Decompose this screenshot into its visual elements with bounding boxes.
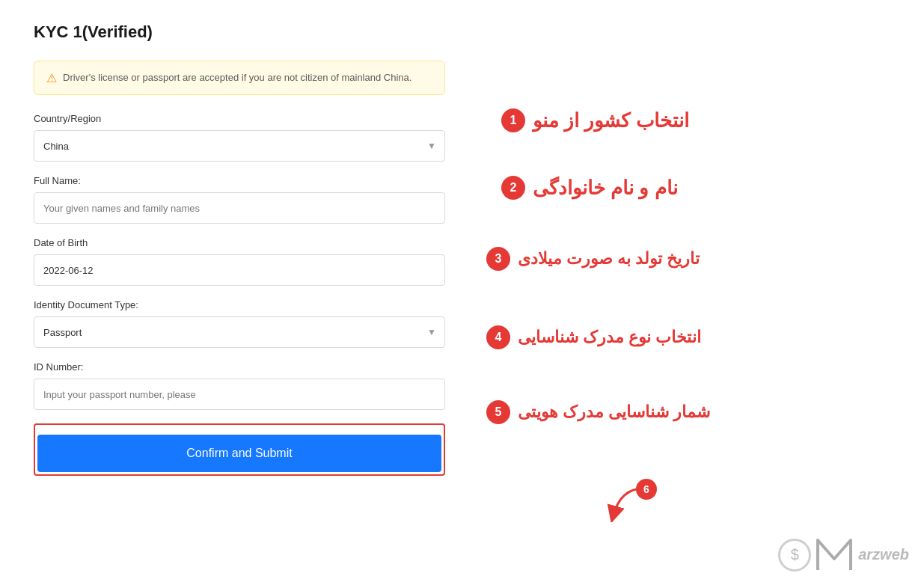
- annotation-1-circle: 1: [501, 108, 525, 132]
- annotation-section: انتخاب کشور از منو 1 نام و نام خانوادگی …: [479, 0, 924, 588]
- country-label: Country/Region: [34, 113, 445, 124]
- id-type-label: Identity Document Type:: [34, 299, 445, 310]
- form-section: KYC 1(Verified) ⚠ Driver's license or pa…: [0, 0, 479, 588]
- warning-icon: ⚠: [46, 71, 57, 85]
- submit-wrapper: Confirm and Submit: [34, 423, 445, 476]
- annotation-3-circle: 3: [486, 247, 510, 271]
- annotation-4-text: انتخاب نوع مدرک شناسایی: [518, 328, 701, 347]
- watermark: $ arzweb: [778, 533, 909, 577]
- watermark-text: arzweb: [858, 546, 909, 563]
- annotation-2: نام و نام خانوادگی 2: [501, 176, 678, 200]
- watermark-logo-wrapper: [814, 533, 855, 577]
- annotation-5-circle: 5: [486, 400, 510, 424]
- fullname-input[interactable]: [34, 192, 445, 224]
- id-type-select-wrapper: Passport Driver's License National ID ▼: [34, 316, 445, 348]
- alert-box: ⚠ Driver's license or passport are accep…: [34, 61, 445, 95]
- alert-text: Driver's license or passport are accepte…: [63, 70, 411, 85]
- dob-input[interactable]: [34, 254, 445, 286]
- watermark-icon: $: [778, 539, 811, 572]
- id-number-label: ID Number:: [34, 361, 445, 373]
- country-group: Country/Region China United States Unite…: [34, 113, 445, 162]
- annotation-3-text: تاریخ تولد به صورت میلادی: [518, 249, 700, 269]
- id-number-group: ID Number:: [34, 361, 445, 410]
- dob-label: Date of Birth: [34, 237, 445, 248]
- annotation-2-circle: 2: [501, 176, 525, 200]
- confirm-submit-button[interactable]: Confirm and Submit: [37, 435, 441, 472]
- arrow-svg: [606, 485, 651, 522]
- country-select-wrapper: China United States United Kingdom ▼: [34, 130, 445, 162]
- dob-group: Date of Birth: [34, 237, 445, 286]
- fullname-group: Full Name:: [34, 175, 445, 224]
- country-select[interactable]: China United States United Kingdom: [34, 130, 445, 162]
- annotation-5-text: شمار شناسایی مدرک هویتی: [518, 402, 710, 422]
- fullname-label: Full Name:: [34, 175, 445, 186]
- watermark-m-icon: [814, 533, 855, 574]
- annotation-2-text: نام و نام خانوادگی: [533, 177, 678, 200]
- annotation-4: انتخاب نوع مدرک شناسایی 4: [486, 325, 701, 349]
- annotation-3: تاریخ تولد به صورت میلادی 3: [486, 247, 700, 271]
- annotation-5: شمار شناسایی مدرک هویتی 5: [486, 400, 710, 424]
- annotation-1: انتخاب کشور از منو 1: [501, 108, 689, 132]
- id-type-select[interactable]: Passport Driver's License National ID: [34, 316, 445, 348]
- annotation-1-text: انتخاب کشور از منو: [533, 109, 689, 132]
- id-number-input[interactable]: [34, 379, 445, 410]
- page-title: KYC 1(Verified): [34, 22, 445, 42]
- id-type-group: Identity Document Type: Passport Driver'…: [34, 299, 445, 348]
- annotation-4-circle: 4: [486, 325, 510, 349]
